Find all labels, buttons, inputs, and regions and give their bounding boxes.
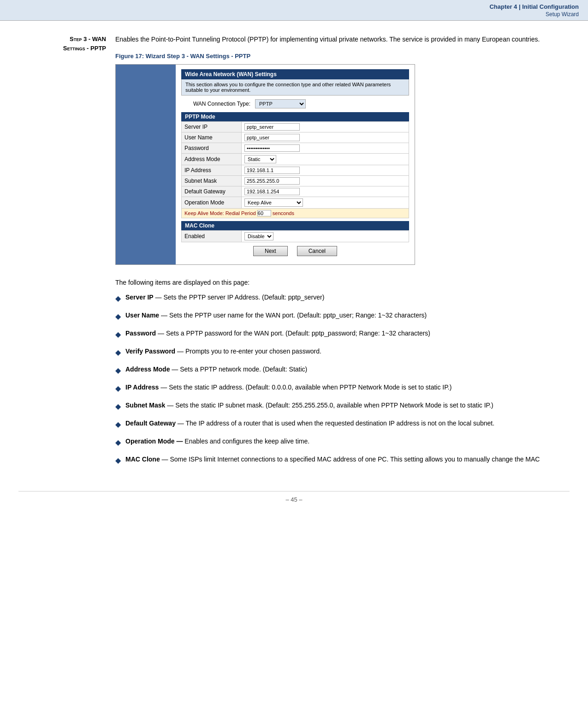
address-mode-select[interactable]: Static Dynamic bbox=[244, 155, 276, 163]
list-item: ◆ Verify Password — Prompts you to re-en… bbox=[115, 347, 570, 358]
description-section: The following items are displayed on thi… bbox=[115, 279, 570, 477]
item-desc: — The IP address of a router that is use… bbox=[178, 419, 494, 427]
diamond-icon: ◆ bbox=[115, 347, 121, 358]
field-label-ip-address: IP Address bbox=[182, 165, 242, 176]
list-item: ◆ Default Gateway — The IP address of a … bbox=[115, 419, 570, 430]
item-text: Subnet Mask — Sets the static IP subnet … bbox=[125, 401, 570, 410]
chapter-sub: Setup Wizard bbox=[546, 11, 579, 18]
list-item: ◆ Server IP — Sets the PPTP server IP Ad… bbox=[115, 293, 570, 304]
field-value-server-ip[interactable] bbox=[242, 122, 409, 132]
chapter-number: Chapter 4 bbox=[489, 3, 517, 10]
figure-sidebar-image bbox=[116, 65, 176, 264]
item-text: User Name — Sets the PPTP user name for … bbox=[125, 311, 570, 320]
item-desc: — Sets the PPTP user name for the WAN po… bbox=[161, 312, 427, 319]
wan-conn-label: WAN Connection Type: bbox=[181, 101, 255, 107]
item-desc: — Sets a PPTP network mode. (Default: St… bbox=[172, 365, 307, 373]
item-text: Address Mode — Sets a PPTP network mode.… bbox=[125, 365, 570, 374]
wan-conn-select[interactable]: PPTP bbox=[255, 99, 306, 108]
list-item: ◆ MAC Clone — Some ISPs limit Internet c… bbox=[115, 455, 570, 466]
field-label-server-ip: Server IP bbox=[182, 122, 242, 132]
item-desc: — Some ISPs limit Internet connections t… bbox=[162, 455, 540, 463]
field-label-username: User Name bbox=[182, 132, 242, 143]
wan-desc-bar: This section allows you to configure the… bbox=[181, 79, 409, 96]
subnet-mask-input[interactable] bbox=[244, 177, 300, 185]
diamond-icon: ◆ bbox=[115, 419, 121, 430]
redial-period-input[interactable] bbox=[257, 210, 271, 216]
item-bold: IP Address bbox=[125, 383, 159, 391]
table-row: Server IP bbox=[182, 122, 409, 132]
senconds-label: senconds bbox=[273, 210, 294, 216]
diamond-icon: ◆ bbox=[115, 329, 121, 340]
item-text: Operation Mode — Enables and configures … bbox=[125, 437, 570, 446]
table-row: Operation Mode Keep Alive Connect on Dem… bbox=[182, 197, 409, 209]
item-desc: — Sets a PPTP password for the WAN port.… bbox=[158, 330, 430, 337]
item-bold: Password bbox=[125, 330, 156, 337]
field-value-ip-address[interactable] bbox=[242, 165, 409, 176]
field-value-address-mode[interactable]: Static Dynamic bbox=[242, 154, 409, 165]
field-label-enabled: Enabled bbox=[182, 231, 242, 242]
list-item: ◆ Operation Mode — Enables and configure… bbox=[115, 437, 570, 448]
list-item: ◆ IP Address — Sets the static IP addres… bbox=[115, 383, 570, 394]
username-input[interactable] bbox=[244, 134, 300, 141]
field-value-subnet-mask[interactable] bbox=[242, 176, 409, 186]
cancel-button[interactable]: Cancel bbox=[297, 246, 337, 256]
mac-clone-table: Enabled Disable Enable bbox=[181, 230, 409, 242]
field-value-enabled[interactable]: Disable Enable bbox=[242, 231, 409, 242]
item-text: IP Address — Sets the static IP address.… bbox=[125, 383, 570, 392]
item-desc: Enables and configures the keep alive ti… bbox=[184, 437, 309, 445]
figure-caption: Figure 17: Wizard Step 3 - WAN Settings … bbox=[115, 53, 570, 60]
diamond-icon: ◆ bbox=[115, 437, 121, 448]
page-number: – 45 – bbox=[285, 496, 302, 503]
page-footer: – 45 – bbox=[18, 491, 570, 512]
table-row: IP Address bbox=[182, 165, 409, 176]
operation-mode-select[interactable]: Keep Alive Connect on Demand Manual bbox=[244, 198, 303, 207]
next-button[interactable]: Next bbox=[253, 246, 288, 256]
wan-conn-row: WAN Connection Type: PPTP bbox=[181, 99, 409, 108]
intro-text: Enables the Point-to-Point Tunneling Pro… bbox=[115, 35, 570, 44]
step-label-column: Step 3 - WAN Settings - PPTP bbox=[18, 35, 115, 477]
description-list: ◆ Server IP — Sets the PPTP server IP Ad… bbox=[115, 293, 570, 466]
diamond-icon: ◆ bbox=[115, 455, 121, 466]
server-ip-input[interactable] bbox=[244, 123, 300, 131]
item-desc: — Prompts you to re-enter your chosen pa… bbox=[177, 348, 321, 355]
table-row: Subnet Mask bbox=[182, 176, 409, 186]
list-item: ◆ Subnet Mask — Sets the static IP subne… bbox=[115, 401, 570, 412]
right-content: Enables the Point-to-Point Tunneling Pro… bbox=[115, 35, 570, 477]
item-text: Server IP — Sets the PPTP server IP Addr… bbox=[125, 293, 570, 302]
item-bold: Address Mode bbox=[125, 365, 170, 373]
ip-address-input[interactable] bbox=[244, 167, 300, 174]
keepalive-info-row: Keep Alive Mode: Redial Period senconds bbox=[182, 209, 409, 218]
page-header: Chapter 4 | Initial Configuration Setup … bbox=[0, 0, 588, 21]
content-area: Step 3 - WAN Settings - PPTP Enables the… bbox=[0, 21, 588, 491]
item-bold: Subnet Mask bbox=[125, 401, 165, 409]
item-bold: User Name bbox=[125, 312, 159, 319]
item-text: Verify Password — Prompts you to re-ente… bbox=[125, 347, 570, 356]
pptp-form-table: Server IP User Name Password bbox=[181, 121, 409, 218]
diamond-icon: ◆ bbox=[115, 401, 121, 412]
table-row: Address Mode Static Dynamic bbox=[182, 154, 409, 165]
item-bold: Verify Password bbox=[125, 348, 175, 355]
field-value-password[interactable] bbox=[242, 143, 409, 154]
chapter-title: Initial Configuration bbox=[522, 3, 579, 10]
figure-box: Wide Area Network (WAN) Settings This se… bbox=[115, 64, 415, 265]
table-row: User Name bbox=[182, 132, 409, 143]
table-row: Password bbox=[182, 143, 409, 154]
table-row: Default Gateway bbox=[182, 186, 409, 197]
field-value-operation-mode[interactable]: Keep Alive Connect on Demand Manual bbox=[242, 197, 409, 209]
item-text: Password — Sets a PPTP password for the … bbox=[125, 329, 570, 338]
item-desc: — Sets the PPTP server IP Address. (Defa… bbox=[155, 294, 325, 301]
pptp-mode-bar: PPTP Mode bbox=[181, 112, 409, 121]
step-title: Step 3 - WAN Settings - PPTP bbox=[18, 35, 106, 53]
list-item: ◆ Password — Sets a PPTP password for th… bbox=[115, 329, 570, 340]
field-value-username[interactable] bbox=[242, 132, 409, 143]
default-gateway-input[interactable] bbox=[244, 188, 300, 195]
list-item: ◆ Address Mode — Sets a PPTP network mod… bbox=[115, 365, 570, 376]
field-label-default-gateway: Default Gateway bbox=[182, 186, 242, 197]
mac-clone-select[interactable]: Disable Enable bbox=[244, 232, 273, 240]
field-label-operation-mode: Operation Mode bbox=[182, 197, 242, 209]
password-input[interactable] bbox=[244, 144, 300, 152]
chapter-label: Chapter 4 | Initial Configuration bbox=[489, 3, 579, 10]
field-value-default-gateway[interactable] bbox=[242, 186, 409, 197]
item-bold: Server IP bbox=[125, 294, 154, 301]
table-row: Enabled Disable Enable bbox=[182, 231, 409, 242]
